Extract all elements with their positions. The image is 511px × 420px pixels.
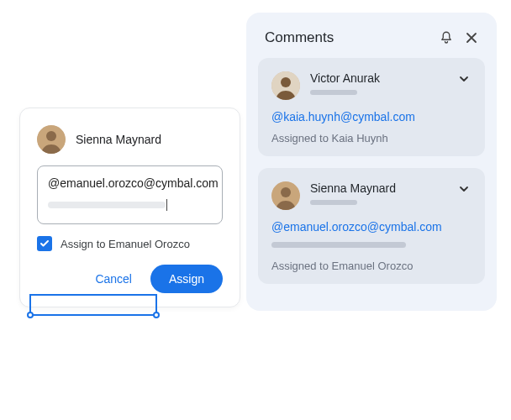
avatar <box>271 181 300 210</box>
avatar <box>271 71 300 100</box>
svg-point-1 <box>46 131 56 141</box>
comment-card: Victor Anurak @kaia.huynh@cymbal.com Ass… <box>258 58 485 156</box>
body-placeholder <box>271 242 406 248</box>
assign-checkbox[interactable] <box>37 236 52 251</box>
input-placeholder-line <box>48 197 212 212</box>
assign-button[interactable]: Assign <box>150 265 223 293</box>
new-comment-card: Sienna Maynard @emanuel.orozco@cymbal.co… <box>19 108 240 307</box>
comment-header: Sienna Maynard <box>271 181 471 210</box>
comment-input[interactable]: @emanuel.orozco@cymbal.com <box>37 165 223 224</box>
comment-header: Victor Anurak <box>271 71 471 100</box>
panel-header: Comments <box>258 26 485 46</box>
assigned-text: Assigned to Emanuel Orozco <box>271 260 471 272</box>
compose-actions: Cancel Assign <box>37 265 223 293</box>
selection-handle[interactable] <box>27 312 34 318</box>
bell-icon[interactable] <box>438 29 455 46</box>
close-icon[interactable] <box>463 29 480 46</box>
comment-author: Victor Anurak <box>310 71 446 85</box>
assign-checkbox-label: Assign to Emanuel Orozco <box>61 238 190 250</box>
comments-panel: Comments Victor Anurak @kaia.huynh@cymba… <box>246 13 497 311</box>
mention-link[interactable]: @emanuel.orozco@cymbal.com <box>271 220 471 234</box>
timestamp-placeholder <box>310 90 357 95</box>
assigned-text: Assigned to Kaia Huynh <box>271 132 471 144</box>
chevron-down-icon[interactable] <box>456 71 471 87</box>
comment-author-block: Victor Anurak <box>310 71 446 95</box>
panel-title: Comments <box>265 29 429 46</box>
chevron-down-icon[interactable] <box>456 181 471 197</box>
svg-point-5 <box>281 187 291 197</box>
compose-author: Sienna Maynard <box>76 133 161 146</box>
avatar <box>37 125 66 154</box>
comment-card: Sienna Maynard @emanuel.orozco@cymbal.co… <box>258 168 485 284</box>
mention-text: @emanuel.orozco@cymbal.com <box>48 176 212 190</box>
selection-box[interactable] <box>29 294 157 316</box>
svg-point-3 <box>281 77 291 87</box>
timestamp-placeholder <box>310 200 357 205</box>
assign-checkbox-row: Assign to Emanuel Orozco <box>37 236 223 251</box>
compose-header: Sienna Maynard <box>37 125 223 154</box>
comment-author-block: Sienna Maynard <box>310 181 446 205</box>
mention-link[interactable]: @kaia.huynh@cymbal.com <box>271 110 471 123</box>
comment-author: Sienna Maynard <box>310 181 446 195</box>
selection-handle[interactable] <box>153 312 160 318</box>
cancel-button[interactable]: Cancel <box>83 265 144 293</box>
